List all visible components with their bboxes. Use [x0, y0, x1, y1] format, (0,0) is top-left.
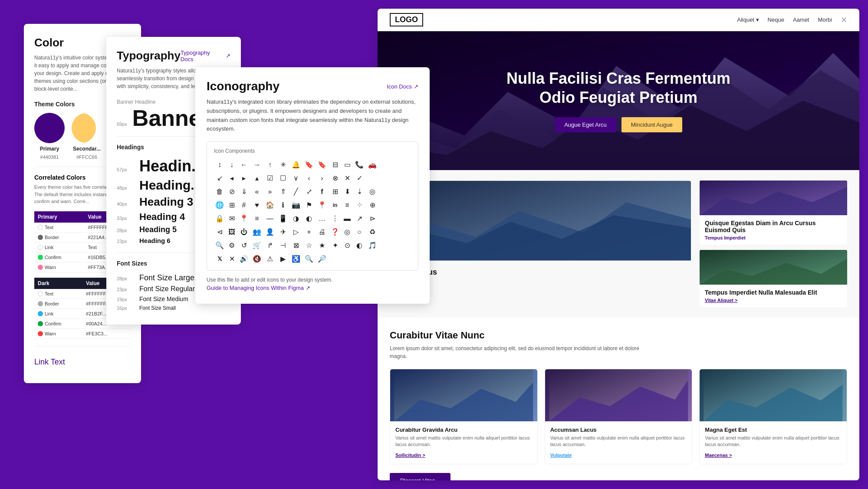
- nav-link-aamet[interactable]: Aamet: [793, 16, 809, 23]
- typography-docs-label: Typography Docs: [181, 49, 224, 62]
- section-2-btn[interactable]: Placerat Vitae...: [390, 473, 450, 480]
- banner-size: 69px: [117, 121, 127, 127]
- icon-cell: ✦: [329, 240, 341, 251]
- icon-cell: ◑: [290, 213, 302, 224]
- hero-secondary-btn[interactable]: Mincidunt Augue: [621, 117, 682, 132]
- icon-cell: [408, 213, 411, 224]
- icon-cell: [389, 159, 392, 170]
- icon-cell: ○: [354, 226, 365, 237]
- main-content-area: Amet LuctusLectus ipsum >: [390, 181, 691, 307]
- icon-cell: ▭: [342, 159, 352, 170]
- primary-label: Primary: [40, 146, 59, 152]
- h2-size: 48px: [117, 185, 134, 190]
- icon-guide-label: Guide to Managing Icons Within Figma: [207, 285, 304, 291]
- iconography-title: Iconography: [207, 79, 279, 93]
- icon-cell: 🔎: [316, 253, 328, 264]
- icon-cell: ⊕: [367, 200, 378, 210]
- sidebar-cards: Quisque Egestas Diam in Arcu Cursus Euis…: [700, 181, 847, 307]
- icon-cell: ↺: [238, 240, 250, 251]
- icon-cell: 🎵: [367, 240, 378, 251]
- card-1-link[interactable]: Sollicitudin >: [395, 453, 425, 458]
- primary-hex: #440381: [40, 154, 59, 160]
- link-text[interactable]: Link Text: [34, 358, 65, 366]
- icon-cell: [394, 200, 397, 210]
- cell: Border: [34, 299, 82, 308]
- icon-cell: ♿: [290, 253, 302, 264]
- website-logo: LOGO: [390, 13, 423, 26]
- icon-cell: [389, 186, 392, 197]
- website-preview-panel: LOGO Aliquet ▾ Neque Aamet Morbi ✕: [378, 9, 859, 480]
- icon-cell: 🖼: [227, 226, 237, 237]
- card-3-link[interactable]: Maecenas >: [705, 453, 732, 458]
- cell: Link: [34, 242, 85, 252]
- typography-panel-header: Typography Typography Docs ↗: [117, 49, 230, 62]
- icon-cell: ⊗: [329, 173, 341, 184]
- icon-cell: 📞: [354, 159, 365, 170]
- icon-cell: [380, 200, 383, 210]
- icon-cell: ⇣: [354, 186, 365, 197]
- h6-text: Heading 6: [139, 237, 171, 244]
- icon-cell: [385, 159, 388, 170]
- icon-cell: ↑: [264, 159, 276, 170]
- h1-text: Headin...: [139, 157, 204, 175]
- card-3-svg: [700, 369, 847, 421]
- icon-cell: —: [264, 213, 276, 224]
- icon-cell: [389, 240, 392, 251]
- website-nav-links: Aliquet ▾ Neque Aamet Morbi ✕: [737, 15, 847, 25]
- icon-cell: 🔒: [214, 213, 225, 224]
- icon-cell: [380, 159, 383, 170]
- iconography-panel: Iconography Icon Docs ↗ Natura11y's inte…: [195, 67, 430, 304]
- card-item-3: Magna Eget Est Varius sit amet mattis vu…: [699, 369, 847, 464]
- icon-cell: «: [251, 186, 263, 197]
- icon-cell: ⊲: [214, 226, 225, 237]
- nav-link-neque[interactable]: Neque: [768, 16, 784, 23]
- icon-cell: ▴: [251, 173, 263, 184]
- icon-cell: [408, 253, 411, 264]
- icon-cell: ⬇: [342, 186, 352, 197]
- icon-cell: ✳: [277, 159, 289, 170]
- icon-cell: 🖨: [316, 226, 328, 237]
- icon-cell: 🌐: [214, 200, 225, 210]
- hero-primary-btn[interactable]: Augue Eget Arcu: [555, 117, 616, 132]
- website-nav: LOGO Aliquet ▾ Neque Aamet Morbi ✕: [378, 9, 859, 31]
- card-2-link[interactable]: Vulputate: [550, 453, 572, 458]
- section-2: Curabitur Vitae Nunc Lorem ipsum dolor s…: [378, 318, 859, 480]
- sidebar-card-1-body: Quisque Egestas Diam in Arcu Cursus Euis…: [700, 215, 847, 245]
- icon-cell: [398, 200, 401, 210]
- typography-docs-link[interactable]: Typography Docs ↗: [181, 49, 230, 62]
- icon-guide-link[interactable]: Guide to Managing Icons Within Figma ↗: [207, 285, 310, 291]
- icon-cell: [408, 173, 411, 184]
- icon-cell: ✕: [227, 253, 237, 264]
- sidebar-card-1-image: [700, 181, 847, 215]
- h2-text: Heading...: [139, 178, 201, 193]
- card-3-body: Magna Eget Est Varius sit amet mattis vu…: [700, 421, 847, 464]
- h5-text: Heading 5: [139, 225, 177, 234]
- icon-cell: ╱: [290, 186, 302, 197]
- icon-cell: ←: [238, 159, 250, 170]
- icon-cell: [380, 213, 383, 224]
- h6-size: 23px: [117, 239, 134, 244]
- icon-cell: ≡: [251, 213, 263, 224]
- icon-cell: …: [316, 213, 328, 224]
- external-link-icon: ↗: [226, 53, 230, 59]
- card-1-text: Varius sit amet mattis vulputate enim nu…: [395, 435, 532, 448]
- secondary-hex: #FFCC66: [76, 154, 97, 160]
- icon-cell: in: [329, 200, 341, 210]
- icon-cell: [380, 173, 383, 184]
- icon-docs-link[interactable]: Icon Docs ↗: [387, 83, 418, 90]
- icon-cell: ⏻: [238, 226, 250, 237]
- icon-cell: +: [303, 226, 315, 237]
- content-section-1: Amet LuctusLectus ipsum >: [378, 170, 859, 318]
- icon-cell: [403, 173, 406, 184]
- icon-cell: 🛒: [251, 240, 263, 251]
- icon-cell: 🔖: [303, 159, 315, 170]
- sidebar-card-2-link[interactable]: Vitae Aliquet >: [705, 298, 842, 303]
- secondary-label: Secondar...: [73, 146, 101, 152]
- main-image-container: Amet LuctusLectus ipsum >: [390, 181, 691, 306]
- nav-close-icon[interactable]: ✕: [841, 15, 847, 25]
- nav-link-morbi[interactable]: Morbi: [818, 16, 832, 23]
- icon-cell: [394, 173, 397, 184]
- divider-2: [34, 346, 131, 346]
- nav-link-aliquet[interactable]: Aliquet ▾: [737, 16, 759, 23]
- font-large-text: Font Size Large...: [139, 273, 201, 282]
